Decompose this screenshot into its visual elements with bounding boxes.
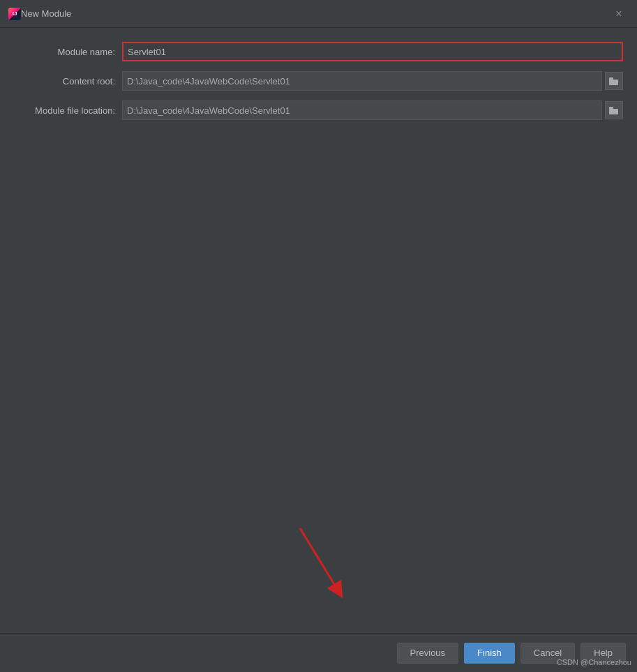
- content-root-row: Content root:: [14, 71, 623, 91]
- app-icon: IJ: [8, 8, 21, 20]
- module-file-location-input[interactable]: [122, 100, 602, 120]
- svg-rect-1: [609, 77, 613, 80]
- content-root-label: Content root:: [14, 76, 115, 87]
- module-file-location-row: Module file location:: [14, 100, 623, 120]
- module-name-input[interactable]: [122, 42, 623, 61]
- previous-button[interactable]: Previous: [397, 643, 459, 664]
- dialog-title: New Module: [21, 8, 609, 19]
- module-file-location-browse-button[interactable]: [605, 101, 623, 119]
- cancel-button[interactable]: Cancel: [520, 643, 575, 664]
- module-name-label: Module name:: [14, 47, 115, 57]
- module-name-row: Module name:: [14, 42, 623, 61]
- module-file-location-input-wrapper: [122, 100, 623, 120]
- title-bar: IJ New Module ×: [0, 0, 637, 28]
- svg-rect-3: [609, 107, 613, 110]
- close-button[interactable]: ×: [609, 4, 629, 24]
- content-root-browse-button[interactable]: [605, 72, 623, 90]
- content-area: Module name: Content root: Module file l…: [0, 28, 637, 633]
- footer: Previous Finish Cancel Help: [0, 633, 637, 672]
- annotation-arrow: [279, 521, 363, 605]
- help-button[interactable]: Help: [580, 643, 626, 664]
- content-spacer: [14, 130, 623, 525]
- content-root-input[interactable]: [122, 71, 602, 91]
- svg-line-5: [300, 528, 338, 591]
- module-file-location-label: Module file location:: [14, 105, 115, 116]
- module-name-input-wrapper: [122, 42, 623, 61]
- arrow-area: [14, 535, 623, 619]
- content-root-input-wrapper: [122, 71, 623, 91]
- svg-rect-2: [609, 109, 618, 114]
- finish-button[interactable]: Finish: [464, 643, 515, 664]
- svg-rect-0: [609, 80, 618, 85]
- new-module-dialog: IJ New Module × Module name: Content roo…: [0, 0, 637, 672]
